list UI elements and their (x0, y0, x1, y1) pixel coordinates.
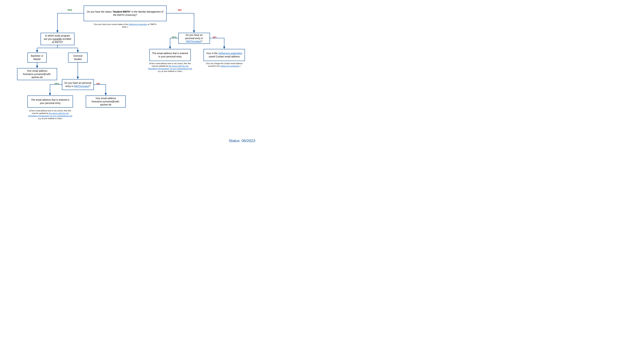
connectors (0, 0, 259, 146)
